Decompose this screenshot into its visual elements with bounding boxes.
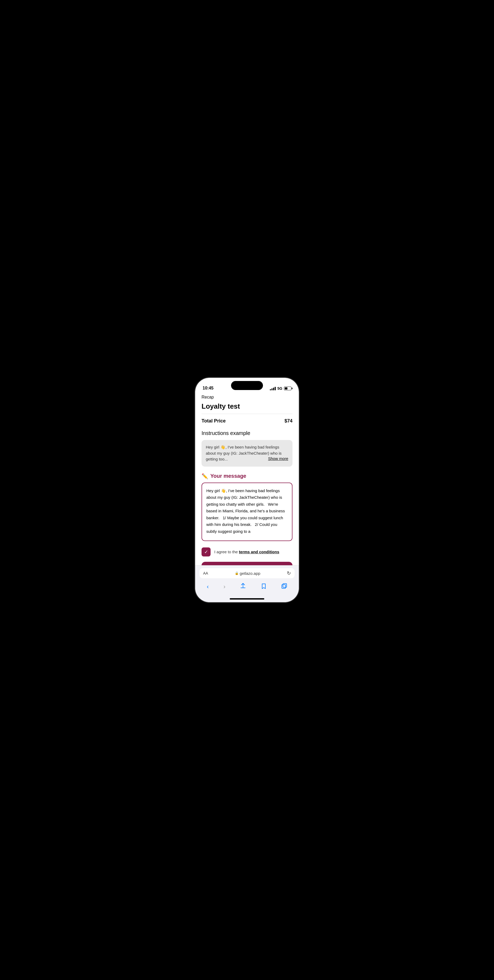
url-bar[interactable]: AA 🔒 getlazo.app ↻ [199, 568, 295, 578]
network-type: 5G [277, 386, 282, 391]
terms-checkbox[interactable]: ✓ [202, 547, 210, 557]
back-button[interactable]: ‹ [204, 582, 211, 591]
home-indicator [195, 595, 299, 602]
terms-row: ✓ I agree to the terms and conditions [202, 547, 292, 557]
status-time: 10:45 [202, 386, 214, 391]
url-group: 🔒 getlazo.app [208, 571, 287, 576]
svg-rect-1 [282, 585, 285, 589]
your-message-label: Your message [210, 473, 246, 479]
terms-link[interactable]: terms and conditions [239, 550, 279, 554]
signal-bar-2 [271, 388, 272, 390]
battery-fill [285, 387, 287, 390]
home-bar [230, 598, 264, 600]
price-value: $74 [285, 418, 292, 424]
battery-indicator [284, 387, 292, 390]
tabs-button[interactable] [279, 582, 290, 592]
url-text[interactable]: getlazo.app [240, 571, 261, 576]
instructions-title: Instructions example [202, 430, 292, 436]
svg-rect-0 [283, 584, 287, 587]
instructions-box: Hey girl 👋, I've been having bad feeling… [202, 440, 292, 467]
font-size-button[interactable]: AA [203, 571, 208, 575]
share-button[interactable] [237, 582, 249, 592]
price-row: Total Price $74 [202, 418, 292, 424]
recap-label: Recap [202, 393, 292, 399]
signal-bar-3 [273, 388, 274, 390]
divider [202, 414, 292, 414]
bookmarks-button[interactable] [258, 582, 269, 592]
forward-button[interactable]: › [221, 582, 228, 591]
browser-bar: AA 🔒 getlazo.app ↻ ‹ › [195, 565, 299, 595]
terms-agree-text: I agree to the [214, 550, 239, 554]
validate-button[interactable]: Validate the request [202, 562, 292, 565]
signal-bars [270, 387, 276, 390]
service-title: Loyalty test [202, 402, 292, 410]
your-message-header: ✏️ Your message [202, 473, 292, 479]
reload-button[interactable]: ↻ [287, 570, 291, 576]
checkmark-icon: ✓ [204, 549, 208, 555]
message-textarea[interactable] [202, 482, 292, 541]
show-more-button[interactable]: Show more [268, 456, 288, 461]
lock-icon: 🔒 [235, 571, 239, 575]
terms-text: I agree to the terms and conditions [214, 550, 279, 554]
browser-nav: ‹ › [199, 581, 295, 593]
dynamic-island [231, 381, 263, 390]
scroll-area[interactable]: Recap Loyalty test Total Price $74 Instr… [195, 393, 299, 565]
status-right: 5G [270, 386, 292, 391]
pencil-icon: ✏️ [202, 473, 208, 479]
price-label: Total Price [202, 418, 226, 424]
signal-bar-1 [270, 389, 271, 390]
signal-bar-4 [275, 387, 276, 390]
